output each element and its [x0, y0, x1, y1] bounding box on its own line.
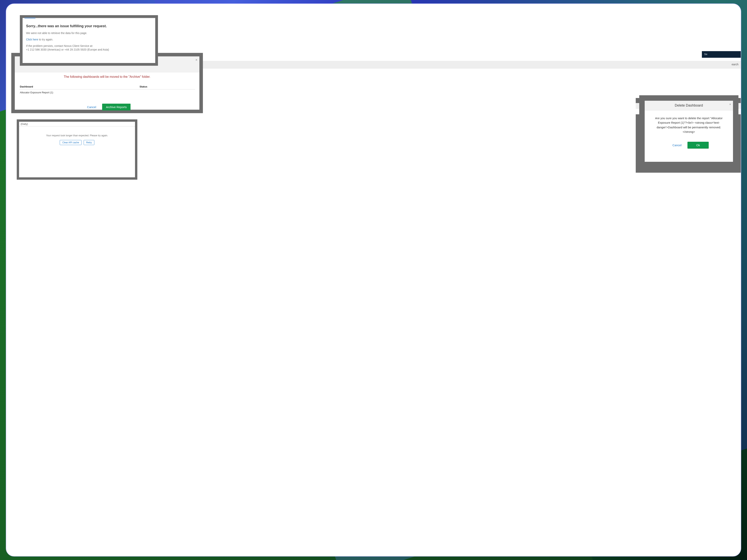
table-row: Allocator Exposure Report (1) — [19, 89, 195, 96]
retry-link[interactable]: Click here — [26, 38, 38, 41]
cancel-button[interactable]: Cancel — [84, 104, 100, 110]
card-surface: Se earch Sorry...there was an issue fulf… — [6, 3, 741, 557]
bg-search-dark: Se — [702, 51, 741, 58]
error-contact: If the problem persists, contact Novus C… — [26, 44, 152, 52]
error-retry-line: Click here to try again. — [26, 38, 152, 42]
ok-button[interactable]: Ok — [688, 142, 709, 149]
close-icon[interactable]: × — [729, 103, 731, 106]
error-panel: Sorry...there was an issue fulfilling yo… — [20, 15, 158, 66]
delete-dashboard-dialog: Delete Dashboard × Are you sure you want… — [639, 95, 739, 167]
retry-panel: (Daily) Your request took longer than ex… — [17, 119, 137, 180]
delete-dialog-title: Delete Dashboard — [675, 103, 703, 107]
clear-api-cache-button[interactable]: Clear API cache — [60, 140, 81, 145]
active-tab-indicator — [25, 18, 35, 19]
archive-reports-button[interactable]: Archive Reports — [102, 104, 131, 110]
cancel-button[interactable]: Cancel — [669, 142, 685, 149]
row-status — [139, 89, 195, 96]
archive-warning: The following dashboards will be moved t… — [19, 75, 195, 79]
bg-search-tab: earch — [731, 63, 739, 66]
retry-message: Your request took longer than expected. … — [19, 134, 135, 137]
delete-dialog-header: Delete Dashboard × — [645, 101, 733, 110]
row-dashboard: Allocator Exposure Report (1) — [19, 89, 139, 96]
error-title: Sorry...there was an issue fulfilling yo… — [26, 24, 152, 28]
archive-table: Dashboard Status Allocator Exposure Repo… — [19, 84, 195, 96]
bg-search-text: Se — [704, 53, 707, 56]
error-line1: We were not able to retrieve the data fo… — [26, 31, 152, 35]
col-dashboard: Dashboard — [19, 84, 139, 89]
retry-panel-bar: (Daily) — [19, 122, 135, 126]
retry-suffix: to try again. — [38, 38, 53, 41]
col-status: Status — [139, 84, 195, 89]
delete-dialog-body: Are you sure you want to delete the repo… — [645, 110, 733, 136]
error-contact-label: If the problem persists, contact Novus C… — [26, 44, 93, 48]
close-icon[interactable]: × — [195, 58, 198, 62]
error-contact-phones: +1 212 586 3030 (Americas) or +44 29 210… — [26, 48, 109, 51]
retry-bar-label: (Daily) — [21, 123, 28, 126]
retry-button[interactable]: Retry — [84, 140, 94, 145]
